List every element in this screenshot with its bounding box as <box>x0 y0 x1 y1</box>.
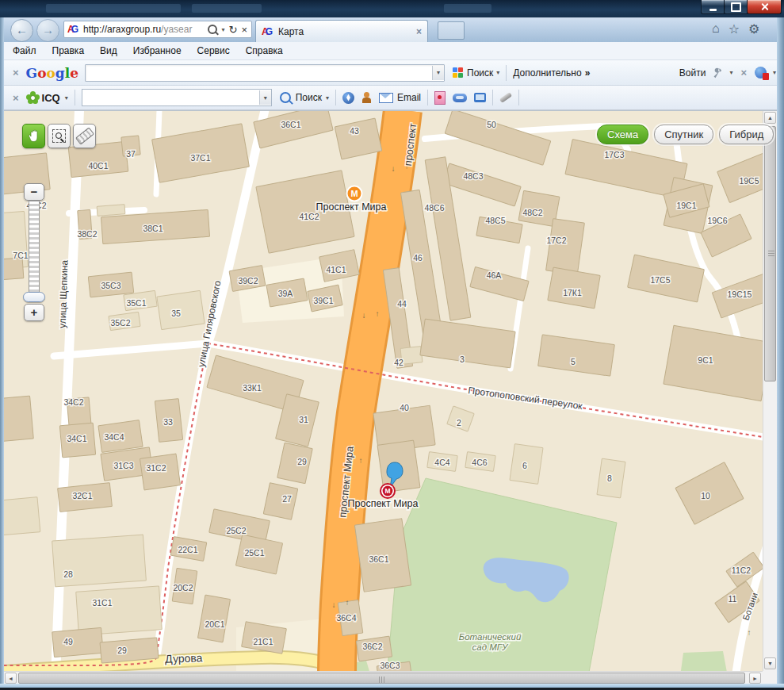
building-number-label: 48С6 <box>424 203 444 213</box>
forward-button[interactable]: → <box>36 19 59 42</box>
scroll-left-icon[interactable]: ◄ <box>8 676 13 681</box>
greeting-card-icon[interactable] <box>434 91 446 105</box>
double-chevron-icon[interactable]: » <box>585 67 591 79</box>
google-more-button[interactable]: Дополнительно <box>513 67 581 79</box>
maximize-button[interactable] <box>724 0 748 14</box>
toolbar-close-icon[interactable]: × <box>13 67 19 79</box>
vertical-scroll-thumb[interactable] <box>764 126 776 381</box>
chevron-down-icon[interactable]: ▾ <box>432 66 444 80</box>
browser-compass-icon[interactable] <box>342 92 354 104</box>
browser-tab[interactable]: AG Карта × <box>255 20 428 42</box>
chevron-down-icon[interactable]: ▾ <box>496 69 499 76</box>
menu-item-Файл[interactable]: Файл <box>13 45 36 56</box>
scroll-right-icon[interactable]: ► <box>752 676 758 681</box>
navigation-bar: ← → AG http://araxgroup.ru/yasear ▾ ↻ × … <box>0 17 784 43</box>
tools-gear-icon[interactable]: ⚙ <box>748 21 759 36</box>
home-icon[interactable]: ⌂ <box>712 21 720 36</box>
flashlight-icon[interactable] <box>499 92 513 103</box>
tv-icon[interactable] <box>474 93 486 102</box>
building-number-label: 38С2 <box>77 229 97 239</box>
zoom-slider-thumb[interactable] <box>23 292 45 302</box>
toolbar-close-icon[interactable]: × <box>740 67 747 79</box>
chevron-down-icon[interactable]: ▾ <box>729 69 732 76</box>
icq-search-button[interactable]: Поиск <box>296 92 322 103</box>
toolbar-close-icon[interactable]: × <box>13 92 19 104</box>
minimize-button[interactable] <box>701 0 725 14</box>
building-number-label: 19С6 <box>707 216 727 225</box>
back-icon: ← <box>16 23 28 36</box>
email-envelope-icon[interactable] <box>379 93 393 103</box>
google-search-input[interactable]: ▾ <box>85 64 445 82</box>
wrench-icon[interactable] <box>712 67 723 79</box>
building-number-label: 48С5 <box>485 216 505 225</box>
tab-close-icon[interactable]: × <box>416 26 422 37</box>
building-number-label: 34С1 <box>67 434 86 443</box>
stop-icon[interactable]: × <box>241 24 247 36</box>
building-number-label: 39С1 <box>313 296 333 305</box>
chevron-down-icon[interactable]: ▾ <box>259 90 271 105</box>
building-number-label: 34С2 <box>63 397 83 407</box>
translate-pdf-icon[interactable] <box>755 67 767 79</box>
scroll-up-icon[interactable]: ▲ <box>767 115 773 121</box>
menu-item-Правка[interactable]: Правка <box>52 45 85 56</box>
games-gamepad-icon[interactable] <box>453 94 467 102</box>
building-number-label: 35 <box>171 309 181 318</box>
close-button[interactable] <box>747 0 782 14</box>
zoom-out-button[interactable]: − <box>24 183 44 201</box>
email-button[interactable]: Email <box>397 92 421 103</box>
search-icon[interactable] <box>208 25 217 34</box>
building-number-label: 36С4 <box>336 613 356 623</box>
scroll-down-icon[interactable]: ▼ <box>767 661 773 666</box>
map-ruler-button[interactable] <box>73 124 96 148</box>
map-zoom-select-button[interactable] <box>48 124 71 148</box>
search-caret-icon[interactable]: ▾ <box>221 26 224 33</box>
map-building <box>546 219 585 275</box>
building-number-label: 21С1 <box>253 637 273 646</box>
map-building <box>97 205 125 216</box>
zoom-in-button[interactable]: + <box>24 304 44 321</box>
map-mode-Спутник[interactable]: Спутник <box>654 125 713 144</box>
google-logo: Google <box>26 65 78 81</box>
map-mode-Схема[interactable]: Схема <box>597 125 648 144</box>
map-building <box>263 483 298 520</box>
building-number-label: 33К1 <box>243 383 262 393</box>
map-building <box>400 347 423 365</box>
map-pan-hand-button[interactable] <box>22 124 45 148</box>
address-bar[interactable]: AG http://araxgroup.ru/yasear ▾ ↻ × <box>63 21 252 38</box>
chevron-down-icon[interactable]: ▾ <box>65 94 68 102</box>
zoom-slider-track[interactable] <box>29 201 40 293</box>
building-number-label: 5 <box>571 357 576 366</box>
google-signin-button[interactable]: Войти <box>679 67 706 79</box>
horizontal-scroll-thumb[interactable] <box>18 673 745 684</box>
lane-arrow: ↑ <box>748 628 751 637</box>
browser-action-icons: ⌂ ☆ ⚙ <box>712 21 759 36</box>
chevron-down-icon[interactable]: ▾ <box>326 94 329 102</box>
chevron-down-icon[interactable]: ▾ <box>773 69 776 76</box>
horizontal-scrollbar[interactable]: ◄ ► <box>4 671 763 684</box>
titlebar-ghost-text <box>46 4 181 13</box>
menu-item-Справка[interactable]: Справка <box>246 45 283 56</box>
people-search-icon[interactable] <box>361 92 372 103</box>
new-tab-button[interactable] <box>438 21 465 40</box>
icq-search-input[interactable]: ▾ <box>82 89 272 106</box>
menu-bar: ФайлПравкаВидИзбранноеСервисСправка <box>0 42 784 60</box>
vertical-scrollbar[interactable]: ▲ ▼ <box>763 111 777 671</box>
titlebar-ghost-text <box>192 4 262 13</box>
map-mode-Гибрид[interactable]: Гибрид <box>719 125 774 144</box>
building-number-label: 4С6 <box>472 458 487 467</box>
menu-item-Избранное[interactable]: Избранное <box>133 45 182 56</box>
menu-item-Сервис[interactable]: Сервис <box>197 45 230 56</box>
google-search-button[interactable]: Поиск <box>467 67 493 79</box>
building-number-label: 42 <box>394 358 403 367</box>
refresh-icon[interactable]: ↻ <box>229 24 238 36</box>
map-canvas[interactable]: ↓↑↓↑↓↑↓↑↑37С13740С136С14341С238С238С147С… <box>4 111 763 671</box>
window-border-left <box>0 17 4 684</box>
menu-item-Вид[interactable]: Вид <box>100 45 117 56</box>
lane-arrow: ↑ <box>359 456 363 465</box>
favorites-icon[interactable]: ☆ <box>729 21 740 36</box>
building-number-label: 17С2 <box>546 236 566 245</box>
building-number-label: 3 <box>460 355 465 364</box>
back-button[interactable]: ← <box>10 19 33 42</box>
building-number-label: 48С3 <box>463 171 483 181</box>
building-number-label: 31С3 <box>113 461 133 470</box>
